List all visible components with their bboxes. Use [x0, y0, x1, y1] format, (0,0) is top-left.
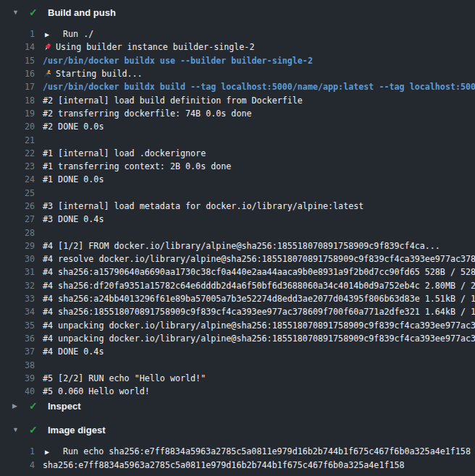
line-number[interactable]: 40	[0, 386, 35, 396]
log-line: 31#4 sha256:a15790640a6690aa1730c38cf0a4…	[0, 265, 475, 279]
log-line: 24#1 DONE 0.0s	[0, 173, 475, 186]
log-line: 40#5 0.060 Hello world!	[0, 385, 475, 398]
line-number[interactable]: 16	[0, 69, 35, 79]
workflow-log-viewer: ▼ ✓ Build and push 1▶Run ./14Using build…	[0, 5, 475, 472]
section-header-build-and-push[interactable]: ▼ ✓ Build and push	[0, 5, 475, 20]
log-line: 19#2 transferring dockerfile: 74B 0.0s d…	[0, 107, 475, 120]
log-line: 16Starting build...	[0, 67, 475, 80]
line-number[interactable]: 15	[0, 56, 35, 66]
log-line: 23#1 transferring context: 2B 0.0s done	[0, 160, 475, 173]
log-text-content: Using builder instance builder-single-2	[56, 42, 254, 52]
chevron-down-icon[interactable]: ▼	[12, 9, 21, 16]
run-group-toggle-icon[interactable]: ▶	[43, 30, 63, 38]
log-text-content: /usr/bin/docker buildx build --tag local…	[43, 82, 475, 92]
section-header-image-digest[interactable]: ▼ ✓ Image digest	[0, 422, 475, 437]
line-number[interactable]: 14	[0, 42, 35, 52]
log-text-content: #4 [1/2] FROM docker.io/library/alpine@s…	[43, 241, 440, 251]
line-number[interactable]: 28	[0, 228, 35, 238]
log-text: #3 DONE 0.4s	[43, 214, 104, 224]
log-text: Using builder instance builder-single-2	[43, 42, 254, 52]
log-text-content: #1 transferring context: 2B 0.0s done	[43, 161, 231, 171]
log-text-content: #4 sha256:a24bb4013296f61e89ba57005a7b3e…	[43, 294, 475, 304]
pushpin-icon	[43, 43, 56, 52]
line-number[interactable]: 25	[0, 188, 35, 198]
line-number[interactable]: 35	[0, 320, 35, 331]
log-text: sha256:e7ff8834a5963a2785c5a0811e979d16b…	[43, 460, 405, 470]
log-line: 22#1 [internal] load .dockerignore	[0, 147, 475, 160]
log-command-text: /usr/bin/docker buildx use --builder bui…	[43, 56, 313, 66]
log-text-content: #3 DONE 0.4s	[43, 214, 104, 224]
line-number[interactable]: 29	[0, 241, 35, 251]
chevron-right-icon[interactable]: ▶	[12, 403, 21, 409]
line-number[interactable]: 26	[0, 201, 35, 211]
line-number[interactable]: 4	[0, 460, 35, 470]
log-line: 37#4 DONE 0.4s	[0, 345, 475, 358]
log-text-content: #2 DONE 0.0s	[43, 122, 104, 132]
section-header-inspect[interactable]: ▶ ✓ Inspect	[0, 399, 475, 413]
line-number[interactable]: 31	[0, 267, 35, 277]
log-line: 35#4 unpacking docker.io/library/alpine@…	[0, 319, 475, 332]
line-number[interactable]: 34	[0, 307, 35, 317]
log-text-content: #4 unpacking docker.io/library/alpine@sh…	[43, 333, 475, 344]
log-text-content: #4 sha256:a15790640a6690aa1730c38cf0a440…	[43, 267, 475, 277]
log-text-content: Run echo sha256:e7ff8834a5963a2785c5a081…	[63, 446, 471, 456]
log-line: 14Using builder instance builder-single-…	[0, 41, 475, 54]
log-text: #1 [internal] load .dockerignore	[43, 148, 206, 158]
section-title: Build and push	[48, 7, 116, 18]
log-text-content: #5 [2/2] RUN echo "Hello world!"	[43, 373, 206, 383]
log-text: #5 0.060 Hello world!	[43, 386, 150, 396]
line-number[interactable]: 1	[0, 446, 35, 456]
log-text-content: #1 [internal] load .dockerignore	[43, 148, 206, 158]
line-number[interactable]: 22	[0, 148, 35, 158]
log-text: ▶Run ./	[43, 29, 93, 39]
log-line: 4sha256:e7ff8834a5963a2785c5a0811e979d16…	[0, 459, 475, 472]
line-number[interactable]: 23	[0, 161, 35, 171]
log-text-content: #4 resolve docker.io/library/alpine@sha2…	[43, 254, 475, 264]
log-line: 39#5 [2/2] RUN echo "Hello world!"	[0, 372, 475, 385]
log-line: 27#3 DONE 0.4s	[0, 213, 475, 226]
log-text: #4 unpacking docker.io/library/alpine@sh…	[43, 320, 475, 331]
log-line: 34#4 sha256:185518070891758909c9f839cf4c…	[0, 305, 475, 318]
line-number[interactable]: 1	[0, 29, 35, 39]
log-text-content: /usr/bin/docker buildx use --builder bui…	[43, 56, 313, 66]
line-number[interactable]: 33	[0, 294, 35, 304]
line-number[interactable]: 30	[0, 254, 35, 264]
log-line: 15/usr/bin/docker buildx use --builder b…	[0, 54, 475, 67]
line-number[interactable]: 36	[0, 333, 35, 344]
log-line: 25	[0, 187, 475, 200]
line-number[interactable]: 19	[0, 109, 35, 119]
log-text: #4 resolve docker.io/library/alpine@sha2…	[43, 254, 475, 264]
line-number[interactable]: 38	[0, 360, 35, 370]
line-number[interactable]: 39	[0, 373, 35, 383]
line-number[interactable]: 32	[0, 281, 35, 291]
runner-icon	[43, 69, 56, 79]
log-text: #4 [1/2] FROM docker.io/library/alpine@s…	[43, 241, 440, 251]
log-text-content: #4 DONE 0.4s	[43, 347, 104, 357]
log-line: 18#2 [internal] load build definition fr…	[0, 93, 475, 106]
log-line: 36#4 unpacking docker.io/library/alpine@…	[0, 332, 475, 345]
line-number[interactable]: 37	[0, 347, 35, 357]
line-number[interactable]: 17	[0, 82, 35, 92]
log-text: #5 [2/2] RUN echo "Hello world!"	[43, 373, 206, 383]
log-text-content: Starting build...	[56, 69, 143, 79]
log-text: #1 DONE 0.0s	[43, 174, 104, 184]
success-check-icon: ✓	[29, 401, 38, 411]
log-text: #4 sha256:a24bb4013296f61e89ba57005a7b3e…	[43, 294, 475, 304]
log-text: #4 sha256:a15790640a6690aa1730c38cf0a440…	[43, 267, 475, 277]
line-number[interactable]: 27	[0, 214, 35, 224]
chevron-down-icon[interactable]: ▼	[12, 427, 21, 433]
log-text: #4 sha256:185518070891758909c9f839cf4ca3…	[43, 307, 475, 317]
line-number[interactable]: 18	[0, 95, 35, 106]
log-text-content: #4 sha256:185518070891758909c9f839cf4ca3…	[43, 307, 475, 317]
line-number[interactable]: 20	[0, 122, 35, 132]
line-number[interactable]: 24	[0, 174, 35, 184]
log-text: #2 transferring dockerfile: 74B 0.0s don…	[43, 109, 252, 119]
log-line: 26#3 [internal] load metadata for docker…	[0, 200, 475, 213]
line-number[interactable]: 21	[0, 135, 35, 145]
section-title: Image digest	[48, 425, 105, 435]
log-text-content: #2 [internal] load build definition from…	[43, 95, 303, 106]
run-group-toggle-icon[interactable]: ▶	[43, 448, 63, 456]
log-text-content: #3 [internal] load metadata for docker.i…	[43, 201, 363, 211]
log-text-content: #2 transferring dockerfile: 74B 0.0s don…	[43, 109, 252, 119]
log-line: 38	[0, 358, 475, 371]
